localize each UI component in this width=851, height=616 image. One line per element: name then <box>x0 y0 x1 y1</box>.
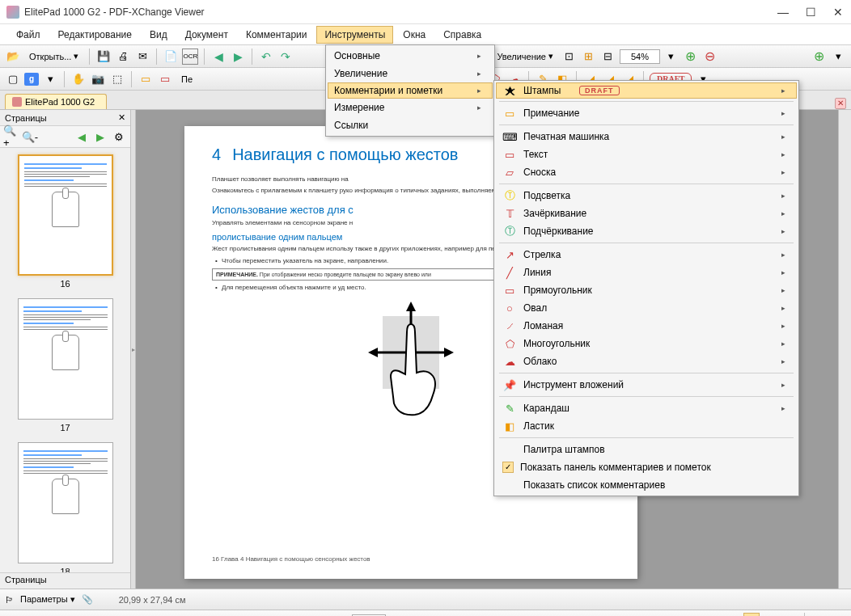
fit-width-icon[interactable]: ⊞ <box>581 49 597 65</box>
submenu-polyline[interactable]: ⟋Ломаная▸ <box>496 317 797 335</box>
document-tab[interactable]: ElitePad 1000 G2 <box>5 94 107 109</box>
rotate-ccw-icon[interactable]: ↺ <box>811 613 827 617</box>
thumb-zoom-out-icon[interactable]: 🔍- <box>22 129 38 145</box>
submenu-arrow[interactable]: ↗Стрелка▸ <box>496 246 797 264</box>
typewriter-icon: ⌨ <box>502 131 517 143</box>
submenu-highlight[interactable]: ⓉПодсветка▸ <box>496 187 797 205</box>
google-search-icon[interactable]: g <box>24 73 39 86</box>
submenu-typewriter[interactable]: ⌨Печатная машинка▸ <box>496 128 797 146</box>
text-tool-icon[interactable]: ▭ <box>157 71 173 87</box>
thumb-zoom-in-icon[interactable]: 🔍+ <box>3 129 19 145</box>
hand-tool-icon[interactable]: ✋ <box>70 71 87 87</box>
submenu-attachment[interactable]: 📌Инструмент вложений▸ <box>496 376 797 394</box>
menu-document[interactable]: Документ <box>177 26 236 44</box>
eraser-icon: ◧ <box>502 420 517 432</box>
email-icon[interactable]: ✉ <box>134 49 150 65</box>
tools-measure[interactable]: Измерение▸ <box>328 99 493 116</box>
menu-file[interactable]: Файл <box>8 26 49 44</box>
menubar: Файл Редактирование Вид Документ Коммент… <box>0 24 851 45</box>
submenu-strike[interactable]: 𝕋Зачёркивание▸ <box>496 205 797 222</box>
panel-title: Страницы <box>5 113 47 123</box>
menu-help[interactable]: Справка <box>435 26 489 44</box>
layout-continuous-icon[interactable]: ▯ <box>743 613 760 617</box>
ocr-icon[interactable]: OCR <box>182 49 198 65</box>
submenu-show-panel[interactable]: ✓Показать панель комментариев и пометок <box>496 458 797 476</box>
scan-icon[interactable]: 📄 <box>163 49 179 65</box>
menu-tools[interactable]: Инструменты <box>316 26 393 44</box>
navigation-bar: ⏮ ◀ из 59 ▶ ⏭ ◀ ▶ ▯ ▯ ▯▯ ▯▯ ↺ ↻ <box>0 610 851 616</box>
submenu-note[interactable]: ▭Примечание▸ <box>496 104 797 122</box>
search-dropdown[interactable]: ▾ <box>42 71 58 87</box>
submenu-oval[interactable]: ○Овал▸ <box>496 299 797 317</box>
rotate-cw-icon[interactable]: ↻ <box>830 613 846 617</box>
submenu-palette[interactable]: Палитра штампов <box>496 441 797 458</box>
open-button[interactable]: Открыть... ▾ <box>24 49 83 65</box>
menu-edit[interactable]: Редактирование <box>50 26 140 44</box>
panel-close-icon[interactable]: ✕ <box>118 112 125 123</box>
open-icon[interactable]: 📂 <box>5 49 21 65</box>
thumb-next-icon[interactable]: ▶ <box>92 129 108 145</box>
snapshot-icon[interactable]: 📷 <box>90 71 106 87</box>
vertical-scrollbar[interactable] <box>838 110 851 589</box>
print-icon[interactable]: 🖨 <box>115 49 131 65</box>
tab-close-button[interactable]: ✕ <box>835 98 846 109</box>
tools-basic[interactable]: Основные▸ <box>328 47 493 65</box>
thumb-options-icon[interactable]: ⚙ <box>111 129 127 145</box>
menu-view[interactable]: Вид <box>142 26 176 44</box>
tools-zoom[interactable]: Увеличение▸ <box>328 65 493 82</box>
line-icon: ╱ <box>502 267 517 279</box>
svg-marker-2 <box>406 302 416 311</box>
app-icon <box>6 6 19 19</box>
redo-button[interactable]: ↷ <box>277 49 294 65</box>
submenu-line[interactable]: ╱Линия▸ <box>496 264 797 281</box>
checked-icon: ✓ <box>502 462 514 473</box>
search-toggle[interactable]: ▢ <box>5 71 21 87</box>
menu-comments[interactable]: Комментарии <box>238 26 315 44</box>
maximize-button[interactable]: ☐ <box>804 6 817 19</box>
submenu-callout[interactable]: ▱Сноска▸ <box>496 163 797 181</box>
submenu-show-list[interactable]: Показать список комментариев <box>496 476 797 494</box>
polygon-icon: ⬠ <box>502 338 517 350</box>
add-button[interactable]: ⊕ <box>811 49 827 65</box>
save-icon[interactable]: 💾 <box>95 49 112 65</box>
arrow-icon: ↗ <box>502 249 517 261</box>
menu-windows[interactable]: Окна <box>395 26 434 44</box>
layout-facing-cont-icon[interactable]: ▯▯ <box>782 613 798 617</box>
thumb-prev-icon[interactable]: ◀ <box>74 129 90 145</box>
back-button[interactable]: ◀ <box>210 49 227 65</box>
minimize-button[interactable]: — <box>777 6 790 19</box>
layout-single-icon[interactable]: ▯ <box>724 613 740 617</box>
options-button[interactable]: Параметры ▾ <box>20 594 75 605</box>
zoom-dropdown[interactable]: ▾ <box>663 49 680 65</box>
toolbar-menu[interactable]: ▾ <box>830 49 846 65</box>
submenu-rect[interactable]: ▭Прямоугольник▸ <box>496 281 797 299</box>
undo-button[interactable]: ↶ <box>258 49 274 65</box>
submenu-stamps[interactable]: 🟊Штампы DRAFT▸ <box>496 82 797 99</box>
zoom-input[interactable] <box>620 49 660 64</box>
note-tool-icon[interactable]: ▭ <box>138 71 154 87</box>
zoom-out-button[interactable]: ⊖ <box>702 49 718 65</box>
thumbnail-page-16[interactable]: 16 <box>6 154 124 289</box>
submenu-polygon[interactable]: ⬠Многоугольник▸ <box>496 335 797 352</box>
submenu-underline[interactable]: ⓉПодчёркивание▸ <box>496 222 797 240</box>
thumbnail-page-17[interactable]: 17 <box>6 298 124 432</box>
actual-size-icon[interactable]: ⊟ <box>600 49 616 65</box>
callout-icon: ▱ <box>502 167 517 179</box>
select-icon[interactable]: ⬚ <box>109 71 125 87</box>
close-button[interactable]: ✕ <box>832 6 845 19</box>
forward-button[interactable]: ▶ <box>230 49 246 65</box>
gesture-illustration <box>358 300 464 421</box>
tools-links[interactable]: Ссылки <box>328 116 493 134</box>
layout-facing-icon[interactable]: ▯▯ <box>763 613 779 617</box>
submenu-eraser[interactable]: ◧Ластик <box>496 417 797 435</box>
submenu-cloud[interactable]: ☁Облако▸ <box>496 352 797 370</box>
flag-icon[interactable]: 🏳 <box>5 595 14 605</box>
tools-comments[interactable]: Комментарии и пометки▸ <box>328 82 493 99</box>
attachment-icon[interactable]: 📎 <box>82 594 93 605</box>
zoom-in-button[interactable]: ⊕ <box>683 49 699 65</box>
page-dimensions: 20,99 x 27,94 см <box>119 595 186 605</box>
submenu-pencil[interactable]: ✎Карандаш▸ <box>496 399 797 417</box>
thumbnail-page-18[interactable]: 18 <box>6 442 124 572</box>
fit-page-icon[interactable]: ⊡ <box>561 49 578 65</box>
submenu-text[interactable]: ▭Текст▸ <box>496 146 797 163</box>
